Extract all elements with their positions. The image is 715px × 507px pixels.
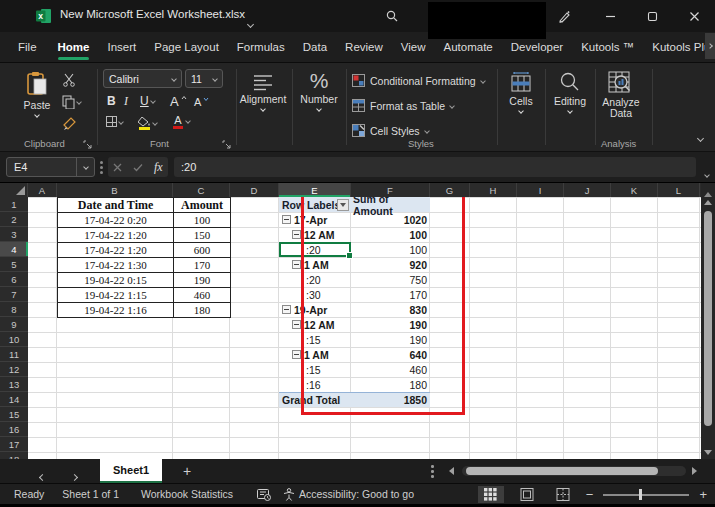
menu-item-kutools[interactable]: Kutools ™ bbox=[572, 32, 643, 62]
collapse-icon[interactable] bbox=[292, 230, 301, 239]
menu-item-file[interactable]: File bbox=[0, 32, 49, 62]
expand-formula-bar-icon[interactable] bbox=[705, 163, 709, 181]
workbook-statistics-button[interactable]: Workbook Statistics bbox=[141, 488, 233, 500]
collapse-icon[interactable] bbox=[292, 350, 301, 359]
menu-item-review[interactable]: Review bbox=[336, 32, 392, 62]
pivot-cell-value[interactable]: 1850 bbox=[351, 393, 430, 408]
menu-item-data[interactable]: Data bbox=[294, 32, 336, 62]
insert-function-icon[interactable]: fx bbox=[154, 160, 163, 175]
normal-view-button[interactable] bbox=[478, 486, 504, 503]
reading-layout-icon[interactable] bbox=[257, 488, 271, 501]
menu-item-home[interactable]: Home bbox=[49, 32, 99, 62]
pivot-cell-label[interactable]: 19-Apr bbox=[279, 302, 351, 317]
scroll-down-icon[interactable] bbox=[704, 450, 712, 455]
zoom-in-button[interactable]: + bbox=[699, 487, 707, 502]
vertical-scrollbar[interactable] bbox=[701, 183, 715, 459]
collapse-ribbon-icon[interactable] bbox=[698, 127, 703, 145]
horizontal-scrollbar[interactable] bbox=[462, 466, 686, 476]
menu-item-page-layout[interactable]: Page Layout bbox=[145, 32, 228, 62]
row-header-9[interactable]: 9 bbox=[0, 317, 28, 332]
italic-button[interactable]: I bbox=[124, 94, 128, 109]
pivot-cell-label[interactable]: :20 bbox=[279, 272, 351, 287]
data-table-cell-amount[interactable]: 170 bbox=[174, 258, 231, 273]
menu-overflow-icon[interactable] bbox=[705, 33, 715, 59]
pivot-filter-icon[interactable] bbox=[337, 199, 349, 211]
number-button[interactable]: % Number bbox=[295, 71, 343, 111]
collapse-icon[interactable] bbox=[292, 320, 301, 329]
data-table-cell-date[interactable]: 17-04-22 1:20 bbox=[58, 228, 174, 243]
row-header-12[interactable]: 12 bbox=[0, 362, 28, 377]
data-table-cell-date[interactable]: 19-04-22 0:15 bbox=[58, 273, 174, 288]
font-name-select[interactable]: Calibri bbox=[103, 69, 182, 88]
column-header-H[interactable]: H bbox=[470, 183, 517, 197]
accessibility-status[interactable]: Accessibility: Good to go bbox=[283, 488, 414, 501]
sheet-tab-active[interactable]: Sheet1 bbox=[100, 459, 162, 483]
source-data-table[interactable]: Date and TimeAmount17-04-22 0:2010017-04… bbox=[57, 197, 231, 318]
next-sheet-icon[interactable] bbox=[72, 466, 77, 484]
pivot-cell-value[interactable]: 170 bbox=[351, 287, 430, 302]
prev-sheet-icon[interactable] bbox=[40, 466, 45, 484]
enter-icon[interactable] bbox=[133, 163, 143, 172]
bold-button[interactable]: B bbox=[107, 94, 116, 108]
horizontal-scroll-thumb[interactable] bbox=[466, 467, 658, 475]
pivot-cell-label[interactable]: 12 AM bbox=[279, 227, 351, 242]
borders-button[interactable] bbox=[106, 116, 123, 127]
collapse-icon[interactable] bbox=[292, 260, 301, 269]
pivot-cell-value[interactable]: 460 bbox=[351, 362, 430, 377]
pivot-table[interactable]: Row Labels Sum of Amount 17-Apr102012 AM… bbox=[279, 197, 430, 407]
pivot-cell-label[interactable]: :15 bbox=[279, 332, 351, 347]
row-header-3[interactable]: 3 bbox=[0, 227, 28, 242]
pivot-header-row-labels[interactable]: Row Labels bbox=[279, 197, 351, 212]
cancel-icon[interactable] bbox=[113, 163, 122, 172]
cell-styles-button[interactable]: Cell Styles bbox=[352, 124, 429, 137]
minimize-button[interactable] bbox=[596, 6, 624, 26]
row-header-2[interactable]: 2 bbox=[0, 212, 28, 227]
data-table-cell-amount[interactable]: 180 bbox=[174, 303, 231, 318]
data-table-cell-amount[interactable]: 460 bbox=[174, 288, 231, 303]
row-header-18[interactable]: 18 bbox=[0, 452, 28, 459]
increase-font-size-button[interactable]: A bbox=[170, 94, 187, 109]
column-header-C[interactable]: C bbox=[173, 183, 230, 197]
collapse-icon[interactable] bbox=[282, 215, 291, 224]
row-header-8[interactable]: 8 bbox=[0, 302, 28, 317]
pivot-cell-value[interactable]: 1020 bbox=[351, 212, 430, 227]
font-color-button[interactable]: A bbox=[172, 114, 190, 128]
collapse-icon[interactable] bbox=[282, 305, 291, 314]
pivot-cell-value[interactable]: 190 bbox=[351, 332, 430, 347]
data-table-cell-date[interactable]: 19-04-22 1:16 bbox=[58, 303, 174, 318]
pivot-cell-value[interactable]: 750 bbox=[351, 272, 430, 287]
data-table-cell-amount[interactable]: 190 bbox=[174, 273, 231, 288]
zoom-slider-handle[interactable] bbox=[639, 489, 642, 500]
formula-bar-resize-handle[interactable] bbox=[100, 161, 103, 174]
cut-icon[interactable] bbox=[62, 73, 76, 87]
name-box-dropdown-icon[interactable] bbox=[76, 158, 94, 176]
column-header-B[interactable]: B bbox=[57, 183, 173, 197]
paste-button[interactable]: Paste bbox=[16, 71, 58, 117]
pivot-cell-label[interactable]: 1 AM bbox=[279, 257, 351, 272]
close-button[interactable] bbox=[680, 6, 708, 26]
font-size-select[interactable]: 11 bbox=[185, 69, 223, 88]
data-table-header-amount[interactable]: Amount bbox=[174, 198, 231, 213]
pivot-cell-label[interactable]: :30 bbox=[279, 287, 351, 302]
data-table-cell-amount[interactable]: 600 bbox=[174, 243, 231, 258]
column-header-F[interactable]: F bbox=[351, 183, 430, 197]
row-header-5[interactable]: 5 bbox=[0, 257, 28, 272]
column-header-L[interactable]: L bbox=[658, 183, 700, 197]
row-header-10[interactable]: 10 bbox=[0, 332, 28, 347]
select-all-corner[interactable] bbox=[0, 183, 28, 197]
column-header-D[interactable]: D bbox=[230, 183, 279, 197]
pivot-cell-label[interactable]: :15 bbox=[279, 362, 351, 377]
maximize-button[interactable] bbox=[638, 6, 666, 26]
pivot-cell-label[interactable]: :16 bbox=[279, 377, 351, 392]
title-dropdown-icon[interactable] bbox=[248, 13, 253, 31]
cells-area[interactable]: Date and TimeAmount17-04-22 0:2010017-04… bbox=[28, 183, 701, 459]
editing-button[interactable]: Editing bbox=[548, 71, 592, 113]
scroll-up-icon[interactable] bbox=[704, 200, 712, 205]
fill-color-button[interactable] bbox=[138, 116, 157, 129]
pivot-cell-value[interactable]: 100 bbox=[351, 242, 430, 257]
menu-item-insert[interactable]: Insert bbox=[98, 32, 145, 62]
name-box[interactable]: E4 bbox=[6, 157, 95, 177]
row-header-4[interactable]: 4 bbox=[0, 242, 28, 257]
row-header-16[interactable]: 16 bbox=[0, 422, 28, 437]
row-header-14[interactable]: 14 bbox=[0, 392, 28, 407]
